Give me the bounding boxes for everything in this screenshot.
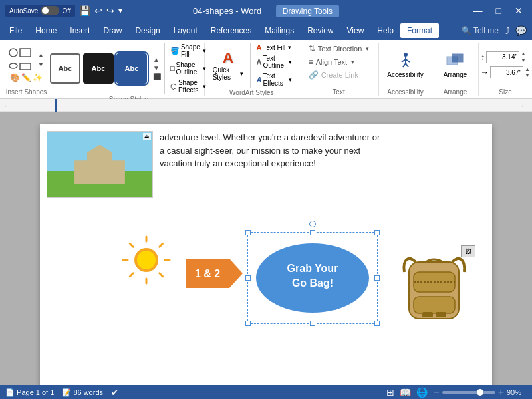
zoom-minus-btn[interactable]: − (433, 386, 439, 398)
shape-style-scroll-up[interactable]: ▲ (152, 56, 162, 64)
undo-button[interactable]: ↩ (94, 5, 102, 16)
width-up-arrow[interactable]: ▲ (525, 66, 530, 73)
create-link-label: Create Link (321, 71, 358, 79)
shape-scroll-down[interactable]: ▼ (37, 61, 45, 68)
shape-style-scroll-expand[interactable]: ⬛ (152, 73, 162, 81)
shape-style-scroll: ▲ ▼ ⬛ (150, 56, 162, 81)
text-effects-arrow[interactable]: ▾ (289, 76, 292, 83)
rotation-handle[interactable] (309, 221, 316, 227)
text-group: ⇅ Text Direction ▾ ≡ Align Text ▾ 🔗 Crea… (299, 43, 379, 96)
menu-draw[interactable]: Draw (96, 23, 128, 38)
text-outline-icon: A (256, 58, 261, 66)
text-fill-arrow[interactable]: ▾ (288, 44, 291, 51)
handle-bl[interactable] (245, 321, 251, 326)
align-text-btn[interactable]: ≡ Align Text ▾ (306, 56, 358, 68)
menu-home[interactable]: Home (29, 23, 63, 38)
maximize-button[interactable]: □ (492, 4, 505, 17)
align-text-icon: ≡ (309, 57, 313, 66)
menu-references[interactable]: References (204, 23, 258, 38)
menu-help[interactable]: Help (370, 23, 400, 38)
search-tell-me[interactable]: 🔍 Tell me (458, 26, 503, 35)
shape-outline-row[interactable]: □ Shape Outline ▾ (169, 61, 207, 76)
menu-insert[interactable]: Insert (63, 23, 96, 38)
handle-br[interactable] (374, 321, 380, 326)
handle-tr[interactable] (374, 230, 380, 235)
accessibility-button[interactable]: Accessibility (382, 49, 428, 81)
text-effects-row[interactable]: A Text Effects ▾ (255, 72, 293, 88)
handle-bc[interactable] (310, 321, 315, 326)
comments-button[interactable]: 💬 (513, 25, 529, 36)
autosave-toggle-area[interactable]: AutoSave Off (5, 5, 75, 17)
arrow-svg: 1 & 2 (186, 253, 253, 293)
share-button[interactable]: ⤴ (503, 25, 513, 36)
width-input[interactable] (490, 66, 523, 78)
shape-style-3[interactable]: Abc (116, 53, 147, 84)
backpack-image: 🖼 (399, 249, 472, 329)
svg-rect-11 (452, 54, 463, 62)
arrange-label: Arrange (444, 71, 467, 78)
text-outline-row[interactable]: A Text Outline ▾ (255, 54, 293, 70)
shape-style-scroll-down[interactable]: ▼ (152, 65, 162, 72)
text-effects-label: Text Effects (263, 72, 286, 87)
layout-view-icon[interactable]: ⊞ (386, 387, 394, 398)
quick-styles-btn[interactable]: A Quick Styles ▾ (210, 48, 247, 82)
web-view-icon[interactable]: 🌐 (416, 387, 428, 398)
shape-fill-row[interactable]: 🪣 Shape Fill ▾ (169, 43, 207, 59)
arrow-shape-container[interactable]: 1 & 2 (186, 253, 253, 295)
zoom-slider[interactable] (442, 391, 495, 394)
wordart-styles-content: A Quick Styles ▾ A Text Fill ▾ A Text Ou… (210, 43, 293, 88)
text-fill-row[interactable]: A Text Fill ▾ (255, 43, 293, 52)
handle-tc[interactable] (310, 230, 315, 235)
menu-format[interactable]: Format (400, 23, 439, 38)
wordart-a-icon: A (223, 49, 233, 66)
menu-view[interactable]: View (340, 23, 371, 38)
selection-box (247, 232, 378, 324)
autosave-label-text: AutoSave (9, 7, 38, 15)
quick-access-more[interactable]: ▾ (118, 6, 122, 15)
menu-layout[interactable]: Layout (167, 23, 204, 38)
autosave-toggle[interactable] (41, 6, 59, 15)
handle-tl[interactable] (245, 230, 251, 235)
shape-scroll-up[interactable]: ▲ (37, 51, 45, 59)
align-text-arrow[interactable]: ▾ (351, 59, 354, 65)
redo-button[interactable]: ↪ (106, 5, 114, 16)
svg-line-24 (130, 273, 133, 277)
menu-mailings[interactable]: Mailings (258, 23, 301, 38)
window-title: 04-shapes - Word Drawing Tools (193, 6, 339, 16)
save-button[interactable]: 💾 (79, 5, 90, 16)
svg-line-25 (160, 273, 163, 277)
handle-mr[interactable] (374, 275, 380, 281)
svg-line-9 (406, 63, 408, 67)
ellipse-container[interactable]: Grab Your Go Bag! (253, 240, 372, 319)
accessibility-group: Accessibility Accessibility (379, 43, 432, 96)
shape-effects-btn[interactable]: ✨ (33, 73, 43, 82)
shape-fill-btn[interactable]: 🎨 (10, 73, 20, 82)
read-view-icon[interactable]: 📖 (400, 387, 411, 398)
height-input[interactable] (486, 51, 519, 63)
zoom-plus-btn[interactable]: + (498, 386, 504, 398)
insert-shapes-content: ▲ ▼ 🎨 ✏️ ✨ (8, 43, 45, 87)
minimize-button[interactable]: — (469, 4, 487, 17)
spell-check-icon[interactable]: ✔ (111, 388, 118, 398)
height-up-arrow[interactable]: ▲ (521, 51, 526, 57)
sun-shape-container[interactable] (120, 233, 173, 289)
handle-ml[interactable] (245, 275, 251, 281)
arrange-button[interactable]: Arrange (440, 49, 471, 81)
height-down-arrow[interactable]: ▼ (521, 57, 526, 64)
shape-effects-row[interactable]: ⬡ Shape Effects ▾ (169, 78, 207, 94)
shape-style-2[interactable]: Abc (83, 53, 114, 84)
menu-design[interactable]: Design (128, 23, 166, 38)
width-down-arrow[interactable]: ▼ (525, 72, 530, 79)
status-left: 📄 Page 1 of 1 📝 86 words ✔ (5, 388, 118, 398)
shape-outline-btn[interactable]: ✏️ (21, 73, 31, 82)
menu-review[interactable]: Review (301, 23, 340, 38)
menu-file[interactable]: File (3, 23, 29, 38)
quick-styles-arrow[interactable]: ▾ (240, 70, 243, 77)
status-bar: 📄 Page 1 of 1 📝 86 words ✔ ⊞ 📖 🌐 − + 90% (0, 385, 532, 399)
text-direction-arrow[interactable]: ▾ (366, 45, 369, 52)
text-outline-arrow[interactable]: ▾ (289, 59, 292, 65)
close-button[interactable]: ✕ (511, 4, 527, 17)
create-link-btn[interactable]: 🔗 Create Link (306, 69, 361, 81)
shape-style-1[interactable]: Abc (50, 53, 80, 84)
text-direction-btn[interactable]: ⇅ Text Direction ▾ (306, 43, 372, 55)
